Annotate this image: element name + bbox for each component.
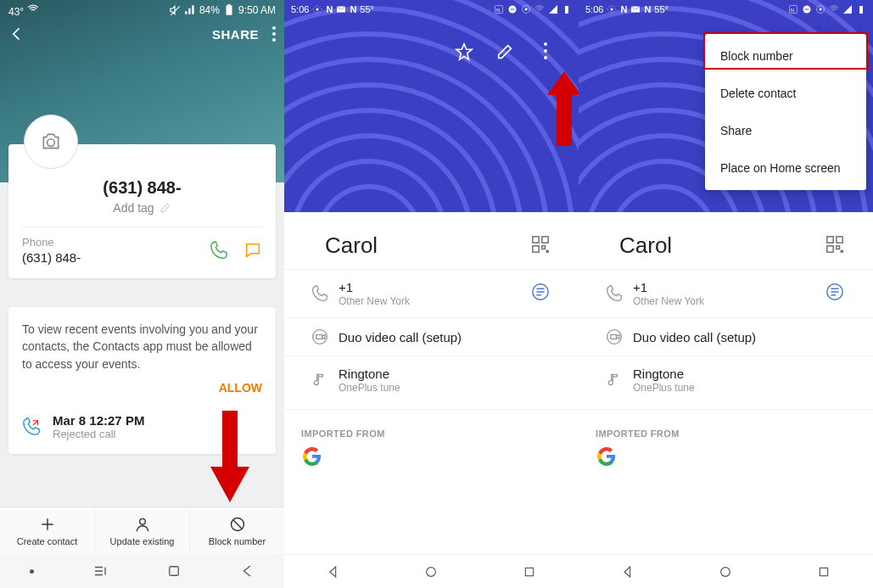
svg-point-13 — [284, 59, 547, 212]
header-actions: SHARE — [0, 20, 284, 48]
menu-item-delete-contact[interactable]: Delete contact — [705, 75, 866, 112]
more-menu-icon[interactable] — [272, 26, 276, 42]
svg-rect-6 — [222, 411, 238, 470]
phone-row[interactable]: +1 Other New York — [284, 269, 579, 317]
bottom-action-bar: Create contact Update existing Block num… — [0, 507, 284, 554]
status-bar: 5:06 N N 55° N — [579, 0, 873, 19]
gear-icon — [607, 4, 617, 14]
mute-icon — [169, 4, 181, 16]
contact-name: Carol — [619, 232, 672, 259]
nav-back-icon[interactable] — [621, 565, 635, 579]
nav-back-icon[interactable] — [327, 565, 340, 579]
svg-rect-5 — [169, 567, 178, 576]
nav-back-icon[interactable] — [240, 563, 255, 579]
google-source[interactable] — [284, 447, 579, 469]
menu-item-place-home[interactable]: Place on Home screen — [705, 149, 866, 187]
phone-sub: Other New York — [339, 295, 531, 307]
battery-icon — [562, 4, 572, 14]
wifi-icon — [829, 4, 839, 14]
svg-rect-54 — [805, 9, 809, 10]
phone-row[interactable]: +1 Other New York — [579, 269, 873, 317]
cast-icon — [521, 4, 531, 14]
svg-point-18 — [316, 8, 319, 11]
imported-from-label: IMPORTED FROM — [284, 409, 579, 447]
phone-value: (631) 848- — [22, 250, 210, 265]
nav-recents-icon[interactable] — [817, 565, 831, 579]
nav-recents-icon[interactable] — [92, 563, 108, 579]
phone-sub: Other New York — [633, 295, 825, 307]
wifi-icon — [27, 3, 39, 15]
svg-point-39 — [613, 187, 714, 212]
google-icon — [303, 447, 322, 466]
system-nav-bar — [579, 554, 873, 588]
system-nav-bar — [0, 554, 284, 588]
phone-value: +1 — [339, 280, 531, 294]
message-icon[interactable] — [243, 241, 262, 260]
ringtone-row[interactable]: Ringtone OnePlus tune — [579, 356, 873, 404]
signal-icon — [842, 4, 853, 14]
allow-button[interactable]: ALLOW — [22, 381, 262, 395]
menu-item-share[interactable]: Share — [705, 112, 866, 149]
duo-row[interactable]: Duo video call (setup) — [284, 317, 579, 356]
phone-row[interactable]: Phone (631) 848- — [22, 236, 262, 265]
duo-row[interactable]: Duo video call (setup) — [579, 317, 873, 356]
contact-header: 5:06 N N 55° N — [284, 0, 579, 212]
update-existing-button[interactable]: Update existing — [95, 507, 190, 554]
camera-icon — [40, 131, 62, 153]
svg-marker-37 — [547, 71, 579, 95]
phone-label: Phone — [22, 236, 210, 249]
message-button[interactable] — [825, 283, 844, 305]
header-actions — [284, 19, 579, 61]
oneplus-contact-menu-screen: 5:06 N N 55° N Carol +1 — [579, 0, 873, 588]
svg-rect-60 — [827, 245, 833, 251]
more-menu-icon[interactable] — [536, 42, 555, 61]
nav-home-icon[interactable] — [166, 563, 182, 579]
nav-home-icon[interactable] — [719, 565, 732, 579]
qr-code-button[interactable] — [825, 235, 844, 257]
svg-marker-7 — [210, 467, 249, 502]
ringtone-value: OnePlus tune — [339, 382, 550, 394]
google-source[interactable] — [579, 447, 873, 469]
ringtone-value: OnePlus tune — [633, 382, 844, 394]
ringtone-label: Ringtone — [339, 367, 550, 381]
svg-rect-59 — [837, 236, 842, 242]
avatar-placeholder[interactable] — [24, 115, 78, 169]
dnd-icon — [507, 4, 518, 14]
svg-rect-65 — [611, 335, 617, 339]
call-icon[interactable] — [210, 241, 228, 260]
svg-rect-29 — [533, 245, 539, 251]
svg-point-66 — [721, 567, 730, 576]
status-bar: 43° 84% 9:50 AM — [0, 0, 284, 20]
share-button[interactable]: SHARE — [212, 27, 259, 42]
add-tag-button[interactable]: Add tag — [22, 201, 262, 215]
create-contact-button[interactable]: Create contact — [0, 507, 95, 554]
svg-rect-28 — [542, 236, 548, 242]
svg-rect-26 — [565, 6, 568, 14]
nav-recents-icon[interactable] — [523, 565, 536, 579]
back-icon[interactable] — [8, 25, 25, 42]
edit-icon[interactable] — [495, 42, 514, 61]
svg-rect-57 — [859, 6, 863, 14]
nav-home-icon[interactable] — [424, 565, 438, 579]
contact-number: (631) 848- — [22, 178, 262, 198]
star-icon[interactable] — [455, 42, 473, 61]
edit-icon — [159, 202, 171, 214]
block-number-button[interactable]: Block number — [190, 507, 284, 554]
duo-label: Duo video call (setup) — [633, 330, 844, 344]
svg-point-3 — [139, 518, 145, 524]
video-icon — [606, 328, 623, 345]
svg-rect-27 — [533, 236, 539, 242]
plus-icon — [39, 516, 56, 533]
qr-code-button[interactable] — [531, 235, 550, 257]
ringtone-row[interactable]: Ringtone OnePlus tune — [284, 356, 579, 404]
block-icon — [229, 516, 246, 533]
message-button[interactable] — [531, 283, 550, 305]
svg-point-8 — [318, 187, 420, 212]
svg-text:N: N — [496, 8, 500, 13]
svg-rect-34 — [316, 335, 322, 339]
mail-icon — [336, 4, 346, 14]
menu-item-block-number[interactable]: Block number — [705, 37, 866, 75]
status-time: 5:06 — [585, 4, 603, 14]
person-icon — [134, 516, 151, 533]
message-circle-icon — [825, 283, 844, 301]
